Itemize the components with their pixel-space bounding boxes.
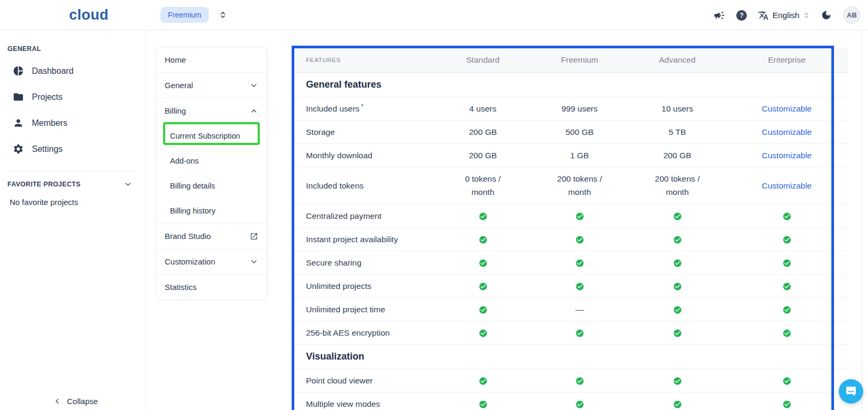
nav-item-brand-studio[interactable]: Brand Studio bbox=[156, 224, 267, 249]
check-icon bbox=[575, 400, 584, 409]
table-row-included-users: Included users*4 users999 users10 usersC… bbox=[294, 97, 848, 121]
folder-icon bbox=[13, 91, 24, 102]
unfold-icon bbox=[803, 12, 810, 19]
workspace-badge[interactable]: Freemium bbox=[160, 7, 209, 23]
check-icon bbox=[782, 282, 792, 291]
nav-item-billing-history[interactable]: Billing history bbox=[156, 198, 267, 223]
megaphone-icon[interactable] bbox=[713, 10, 725, 21]
help-icon[interactable]: ? bbox=[736, 10, 747, 21]
pie-chart-icon bbox=[13, 65, 24, 76]
sidebar-item-settings[interactable]: Settings bbox=[0, 136, 145, 162]
check-icon bbox=[782, 212, 792, 221]
customizable-link-enterprise[interactable]: Customizable bbox=[726, 104, 848, 114]
favorites-empty-text: No favorite projects bbox=[10, 198, 145, 207]
check-icon bbox=[479, 305, 488, 314]
favorites-section-header[interactable]: FAVORITE PROJECTS bbox=[7, 180, 132, 189]
nav-item-label: General bbox=[165, 81, 193, 90]
footnote-marker: * bbox=[361, 103, 363, 109]
value-enterprise bbox=[726, 328, 848, 337]
check-icon bbox=[575, 259, 584, 268]
nav-item-home[interactable]: Home bbox=[156, 47, 267, 72]
top-bar: cloud Freemium ? English AB bbox=[0, 0, 868, 30]
value-enterprise bbox=[726, 258, 848, 267]
nav-item-add-ons[interactable]: Add-ons bbox=[156, 148, 267, 173]
feature-name: Point cloud viewer bbox=[294, 376, 436, 386]
value-advanced: 10 users bbox=[629, 104, 726, 114]
value-freemium bbox=[530, 211, 629, 220]
customizable-link-enterprise[interactable]: Customizable bbox=[726, 151, 848, 160]
feature-name: Unlimited projects bbox=[294, 281, 436, 291]
divider bbox=[8, 171, 137, 172]
table-row-included-tokens: Included tokens0 tokens / month200 token… bbox=[294, 167, 848, 204]
nav-item-label: Customization bbox=[165, 257, 215, 266]
customizable-link-enterprise[interactable]: Customizable bbox=[726, 127, 848, 137]
check-icon bbox=[575, 377, 584, 386]
sidebar-item-label: Members bbox=[32, 118, 67, 128]
check-icon bbox=[782, 235, 792, 244]
language-selector[interactable]: English bbox=[758, 10, 810, 21]
nav-item-billing-details[interactable]: Billing details bbox=[156, 173, 267, 198]
value-freemium bbox=[530, 258, 629, 267]
value-standard bbox=[436, 258, 530, 267]
feature-name: Instant project availability bbox=[294, 235, 436, 244]
check-icon bbox=[479, 377, 488, 386]
value-enterprise bbox=[726, 281, 848, 291]
avatar[interactable]: AB bbox=[843, 6, 861, 24]
feature-name: Included tokens bbox=[294, 181, 436, 191]
nav-item-statistics[interactable]: Statistics bbox=[156, 275, 267, 300]
value-freemium: 200 tokens / month bbox=[530, 173, 629, 199]
language-label: English bbox=[772, 11, 799, 20]
nav-item-label: Billing history bbox=[170, 207, 215, 215]
value-advanced bbox=[629, 281, 726, 291]
feature-name: Secure sharing bbox=[294, 258, 436, 268]
table-row-storage: Storage200 GB500 GB5 TBCustomizable bbox=[294, 121, 848, 144]
nav-item-billing[interactable]: Billing bbox=[156, 98, 267, 123]
sidebar-item-members[interactable]: Members bbox=[0, 110, 145, 136]
feature-name: Monthly download bbox=[294, 151, 436, 160]
nav-item-label: Current Subscription bbox=[170, 132, 240, 140]
value-advanced bbox=[629, 234, 726, 244]
value-standard bbox=[436, 328, 530, 337]
value-freemium bbox=[530, 234, 629, 244]
nav-item-general[interactable]: General bbox=[156, 73, 267, 98]
chevron-down-icon bbox=[250, 258, 258, 266]
feature-name: Multiple view modes bbox=[294, 399, 436, 409]
table-row-unlimited-projects: Unlimited projects bbox=[294, 275, 848, 298]
table-row-instant-project-availability: Instant project availability bbox=[294, 228, 848, 251]
nav-item-label: Brand Studio bbox=[165, 232, 211, 241]
workspace-switcher-icon[interactable] bbox=[219, 11, 227, 19]
check-icon bbox=[782, 259, 792, 268]
customizable-link-enterprise[interactable]: Customizable bbox=[726, 181, 848, 191]
table-row-256-bit-aes-encryption: 256-bit AES encryption bbox=[294, 321, 848, 345]
chevron-down-icon bbox=[124, 180, 132, 189]
value-advanced: 200 GB bbox=[629, 151, 726, 160]
external-link-icon bbox=[250, 232, 258, 241]
check-icon bbox=[575, 235, 584, 244]
plan-column-advanced: Advanced bbox=[629, 55, 726, 65]
sidebar-item-label: Dashboard bbox=[32, 66, 73, 76]
check-icon bbox=[575, 212, 584, 221]
value-standard: 200 GB bbox=[436, 127, 530, 137]
app-logo[interactable]: cloud bbox=[69, 7, 109, 23]
check-icon bbox=[479, 235, 488, 244]
nav-item-customization[interactable]: Customization bbox=[156, 249, 267, 274]
collapse-sidebar-button[interactable]: Collapse bbox=[53, 397, 98, 406]
nav-item-label: Statistics bbox=[165, 283, 197, 292]
table-row-centralized-payment: Centralized payment bbox=[294, 204, 848, 228]
check-icon bbox=[782, 377, 792, 386]
value-standard bbox=[436, 211, 530, 220]
nav-item-label: Billing details bbox=[170, 182, 215, 190]
sidebar-item-dashboard[interactable]: Dashboard bbox=[0, 58, 145, 84]
nav-item-label: Home bbox=[165, 55, 186, 64]
nav-item-current-subscription[interactable]: Current Subscription bbox=[156, 123, 267, 148]
feature-name: Included users* bbox=[294, 103, 436, 114]
chat-widget-button[interactable] bbox=[839, 379, 863, 404]
person-icon bbox=[13, 117, 24, 129]
sidebar-item-projects[interactable]: Projects bbox=[0, 84, 145, 110]
value-advanced bbox=[629, 375, 726, 385]
dark-mode-icon[interactable] bbox=[821, 10, 832, 21]
value-freemium: 500 GB bbox=[530, 127, 629, 137]
value-advanced bbox=[629, 328, 726, 337]
sidebar: GENERAL Dashboard Projects Members Setti… bbox=[0, 30, 146, 410]
feature-name: Centralized payment bbox=[294, 211, 436, 221]
